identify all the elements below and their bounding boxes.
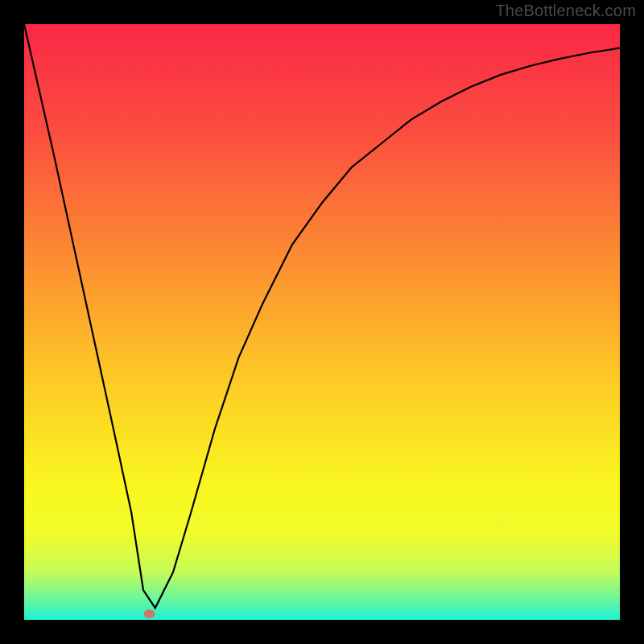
frame-bottom — [0, 620, 644, 644]
optimum-marker — [143, 609, 155, 618]
plot-background — [24, 24, 620, 620]
frame-left — [0, 0, 24, 644]
chart-svg — [0, 0, 644, 644]
watermark-text: TheBottleneck.com — [495, 2, 636, 20]
frame-right — [620, 0, 644, 644]
chart-container: TheBottleneck.com — [0, 0, 644, 644]
